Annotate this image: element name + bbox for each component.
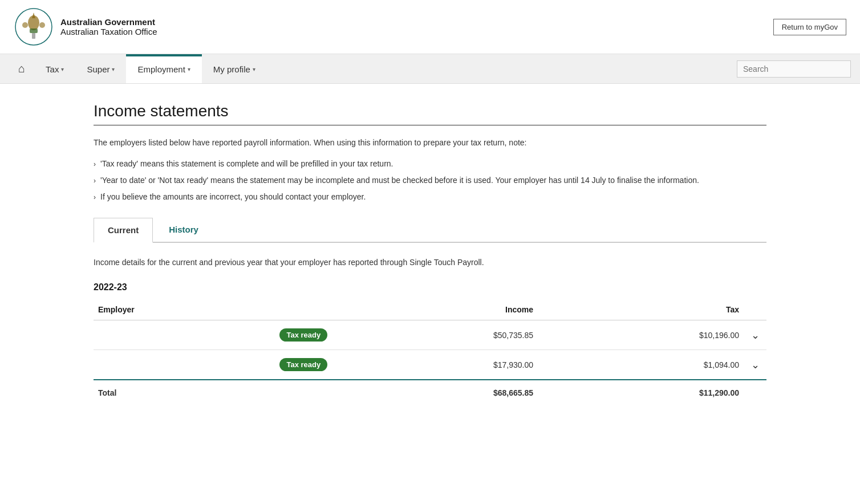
chevron-down-icon: ▾	[188, 66, 190, 72]
nav-item-tax[interactable]: Tax ▾	[34, 54, 75, 83]
nav-tax-label: Tax	[46, 64, 59, 74]
main-nav: ⌂ Tax ▾ Super ▾ Employment ▾ My profile …	[0, 54, 860, 84]
header: Australian Government Australian Taxatio…	[0, 0, 860, 54]
tab-bar: Current History	[94, 217, 766, 243]
logo-text: Australian Government Australian Taxatio…	[60, 17, 157, 36]
chevron-down-icon: ▾	[253, 66, 255, 72]
bullet-text-1: 'Tax ready' means this statement is comp…	[100, 158, 393, 170]
nav-item-super[interactable]: Super ▾	[75, 54, 126, 83]
svg-rect-6	[32, 33, 35, 39]
nav-super-label: Super	[87, 64, 109, 74]
expand-cell-2[interactable]: ⌄	[744, 350, 766, 380]
total-income: $68,665.85	[332, 380, 538, 405]
chevron-down-icon: ▾	[112, 66, 115, 72]
tax-cell-2: $1,094.00	[538, 350, 744, 380]
office-name: Australian Taxation Office	[60, 27, 157, 36]
svg-point-4	[22, 22, 28, 28]
chevron-right-icon: ›	[94, 192, 96, 202]
table-header-row: Employer Income Tax	[94, 299, 766, 320]
chevron-right-icon: ›	[94, 176, 96, 186]
total-label: Total	[94, 380, 332, 405]
main-content: Income statements The employers listed b…	[71, 84, 789, 424]
nav-myprofile-label: My profile	[213, 64, 250, 74]
col-income: Income	[332, 299, 538, 320]
col-tax: Tax	[538, 299, 744, 320]
tab-history[interactable]: History	[155, 218, 212, 243]
tax-ready-badge-1: Tax ready	[279, 328, 327, 342]
bullet-text-2: 'Year to date' or 'Not tax ready' means …	[100, 174, 699, 186]
income-cell-1: $50,735.85	[332, 320, 538, 350]
logo: Australian Government Australian Taxatio…	[14, 7, 157, 47]
nav-item-employment[interactable]: Employment ▾	[126, 54, 201, 83]
bullet-item-2: › 'Year to date' or 'Not tax ready' mean…	[94, 174, 766, 186]
total-tax: $11,290.00	[538, 380, 744, 405]
intro-text: The employers listed below have reported…	[94, 137, 766, 149]
bullet-item-3: › If you believe the amounts are incorre…	[94, 191, 766, 203]
employer-cell-2: Tax ready	[94, 350, 332, 380]
svg-rect-2	[30, 29, 38, 33]
tab-history-label: History	[169, 225, 198, 234]
income-cell-2: $17,930.00	[332, 350, 538, 380]
table-row: Tax ready $50,735.85 $10,196.00 ⌄	[94, 320, 766, 350]
svg-marker-3	[32, 13, 35, 18]
year-heading: 2022-23	[94, 282, 766, 292]
nav-employment-label: Employment	[137, 64, 185, 74]
bullet-text-3: If you believe the amounts are incorrect…	[100, 191, 366, 203]
tab-current[interactable]: Current	[94, 218, 153, 243]
employer-cell-1: Tax ready	[94, 320, 332, 350]
page-title: Income statements	[94, 102, 766, 120]
sub-intro-text: Income details for the current and previ…	[94, 257, 766, 269]
search-input[interactable]	[737, 60, 851, 78]
nav-search[interactable]	[737, 54, 851, 83]
nav-home-button[interactable]: ⌂	[9, 54, 34, 83]
chevron-right-icon: ›	[94, 159, 96, 169]
expand-row-2-button[interactable]: ⌄	[749, 359, 762, 371]
svg-point-5	[39, 22, 45, 28]
expand-row-1-button[interactable]: ⌄	[749, 329, 762, 342]
crest-icon	[14, 7, 54, 47]
tab-current-label: Current	[108, 225, 139, 235]
bullet-list: › 'Tax ready' means this statement is co…	[94, 158, 766, 203]
return-to-mygov-button[interactable]: Return to myGov	[773, 19, 846, 35]
income-table: Employer Income Tax Tax ready $50,735.85…	[94, 299, 766, 405]
tax-ready-badge-2: Tax ready	[279, 358, 327, 371]
table-footer-row: Total $68,665.85 $11,290.00	[94, 380, 766, 405]
title-divider	[94, 125, 766, 125]
home-icon: ⌂	[18, 62, 25, 75]
chevron-down-icon: ▾	[61, 66, 64, 72]
bullet-item-1: › 'Tax ready' means this statement is co…	[94, 158, 766, 170]
col-employer: Employer	[94, 299, 332, 320]
expand-cell-1[interactable]: ⌄	[744, 320, 766, 350]
gov-name: Australian Government	[60, 17, 157, 27]
table-row: Tax ready $17,930.00 $1,094.00 ⌄	[94, 350, 766, 380]
nav-item-myprofile[interactable]: My profile ▾	[202, 54, 267, 83]
tax-cell-1: $10,196.00	[538, 320, 744, 350]
